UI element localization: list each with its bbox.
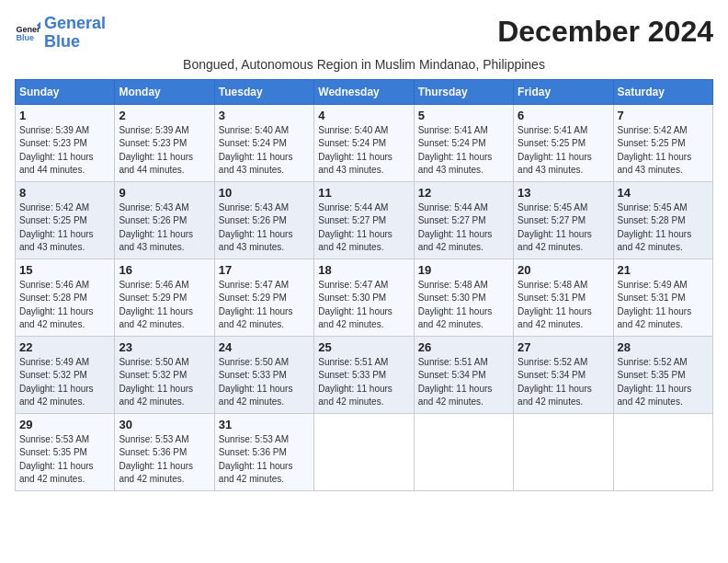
day-info: Sunrise: 5:39 AMSunset: 5:23 PMDaylight:… [119, 125, 193, 176]
calendar-cell [514, 413, 613, 490]
day-info: Sunrise: 5:42 AMSunset: 5:25 PMDaylight:… [618, 125, 692, 176]
day-info: Sunrise: 5:48 AMSunset: 5:31 PMDaylight:… [518, 280, 592, 330]
column-header-monday: Monday [115, 79, 214, 104]
day-info: Sunrise: 5:44 AMSunset: 5:27 PMDaylight:… [418, 202, 493, 253]
day-info: Sunrise: 5:47 AMSunset: 5:30 PMDaylight:… [318, 280, 392, 330]
day-number: 4 [318, 109, 409, 122]
column-header-saturday: Saturday [613, 79, 712, 104]
day-number: 21 [618, 263, 709, 277]
day-info: Sunrise: 5:46 AMSunset: 5:29 PMDaylight:… [119, 280, 193, 330]
day-info: Sunrise: 5:41 AMSunset: 5:24 PMDaylight:… [418, 125, 493, 176]
calendar-cell [613, 413, 712, 490]
day-number: 30 [119, 418, 210, 431]
day-info: Sunrise: 5:43 AMSunset: 5:26 PMDaylight:… [219, 202, 293, 253]
calendar-cell: 18 Sunrise: 5:47 AMSunset: 5:30 PMDaylig… [314, 259, 414, 336]
day-number: 23 [119, 340, 210, 354]
day-number: 8 [19, 186, 110, 200]
day-info: Sunrise: 5:40 AMSunset: 5:24 PMDaylight:… [219, 125, 293, 176]
day-number: 9 [119, 186, 210, 200]
day-info: Sunrise: 5:50 AMSunset: 5:32 PMDaylight:… [119, 357, 193, 408]
svg-text:Blue: Blue [16, 33, 34, 42]
day-number: 6 [518, 109, 609, 122]
calendar-cell: 8 Sunrise: 5:42 AMSunset: 5:25 PMDayligh… [16, 181, 115, 259]
day-info: Sunrise: 5:49 AMSunset: 5:32 PMDaylight:… [19, 357, 94, 408]
day-number: 29 [19, 418, 110, 431]
day-number: 13 [518, 186, 609, 200]
calendar-week-row: 1 Sunrise: 5:39 AMSunset: 5:23 PMDayligh… [16, 104, 713, 181]
day-info: Sunrise: 5:42 AMSunset: 5:25 PMDaylight:… [19, 202, 94, 253]
day-info: Sunrise: 5:52 AMSunset: 5:35 PMDaylight:… [618, 357, 692, 408]
day-info: Sunrise: 5:44 AMSunset: 5:27 PMDaylight:… [318, 202, 392, 253]
calendar-cell: 23 Sunrise: 5:50 AMSunset: 5:32 PMDaylig… [115, 336, 214, 413]
calendar-cell: 21 Sunrise: 5:49 AMSunset: 5:31 PMDaylig… [613, 259, 712, 336]
calendar-cell: 26 Sunrise: 5:51 AMSunset: 5:34 PMDaylig… [414, 336, 513, 413]
calendar-cell: 17 Sunrise: 5:47 AMSunset: 5:29 PMDaylig… [214, 259, 313, 336]
day-info: Sunrise: 5:43 AMSunset: 5:26 PMDaylight:… [119, 202, 193, 253]
day-info: Sunrise: 5:51 AMSunset: 5:33 PMDaylight:… [318, 357, 392, 408]
calendar-week-row: 8 Sunrise: 5:42 AMSunset: 5:25 PMDayligh… [16, 181, 713, 259]
calendar-cell: 28 Sunrise: 5:52 AMSunset: 5:35 PMDaylig… [613, 336, 712, 413]
day-number: 3 [219, 109, 310, 122]
day-number: 5 [418, 109, 509, 122]
day-info: Sunrise: 5:45 AMSunset: 5:28 PMDaylight:… [618, 202, 692, 253]
calendar-week-row: 29 Sunrise: 5:53 AMSunset: 5:35 PMDaylig… [16, 413, 713, 490]
calendar-cell: 29 Sunrise: 5:53 AMSunset: 5:35 PMDaylig… [16, 413, 115, 490]
logo: General Blue General Blue [15, 15, 106, 52]
calendar-header-row: SundayMondayTuesdayWednesdayThursdayFrid… [16, 79, 713, 104]
day-info: Sunrise: 5:53 AMSunset: 5:35 PMDaylight:… [19, 434, 94, 485]
day-number: 11 [318, 186, 409, 200]
calendar-cell: 27 Sunrise: 5:52 AMSunset: 5:34 PMDaylig… [514, 336, 613, 413]
day-info: Sunrise: 5:48 AMSunset: 5:30 PMDaylight:… [418, 280, 493, 330]
column-header-friday: Friday [514, 79, 613, 104]
logo-line1: General [44, 14, 106, 32]
calendar-cell: 22 Sunrise: 5:49 AMSunset: 5:32 PMDaylig… [16, 336, 115, 413]
day-number: 27 [518, 340, 609, 354]
calendar-cell: 31 Sunrise: 5:53 AMSunset: 5:36 PMDaylig… [214, 413, 313, 490]
column-header-wednesday: Wednesday [314, 79, 414, 104]
day-number: 22 [19, 340, 110, 354]
calendar-week-row: 15 Sunrise: 5:46 AMSunset: 5:28 PMDaylig… [16, 259, 713, 336]
logo-icon: General Blue [15, 20, 40, 46]
calendar-cell: 3 Sunrise: 5:40 AMSunset: 5:24 PMDayligh… [214, 104, 313, 181]
day-number: 28 [618, 340, 709, 354]
day-info: Sunrise: 5:49 AMSunset: 5:31 PMDaylight:… [618, 280, 692, 330]
calendar-cell [314, 413, 414, 490]
day-number: 25 [318, 340, 409, 354]
column-header-thursday: Thursday [414, 79, 513, 104]
calendar-cell: 20 Sunrise: 5:48 AMSunset: 5:31 PMDaylig… [514, 259, 613, 336]
calendar-cell: 19 Sunrise: 5:48 AMSunset: 5:30 PMDaylig… [414, 259, 513, 336]
day-number: 24 [219, 340, 310, 354]
day-number: 20 [518, 263, 609, 277]
day-number: 14 [618, 186, 709, 200]
calendar-cell: 25 Sunrise: 5:51 AMSunset: 5:33 PMDaylig… [314, 336, 414, 413]
day-info: Sunrise: 5:47 AMSunset: 5:29 PMDaylight:… [219, 280, 293, 330]
day-number: 15 [19, 263, 110, 277]
day-number: 10 [219, 186, 310, 200]
day-number: 19 [418, 263, 509, 277]
day-info: Sunrise: 5:52 AMSunset: 5:34 PMDaylight:… [518, 357, 592, 408]
calendar-cell: 14 Sunrise: 5:45 AMSunset: 5:28 PMDaylig… [613, 181, 712, 259]
page-title: December 2024 [497, 15, 713, 49]
day-info: Sunrise: 5:46 AMSunset: 5:28 PMDaylight:… [19, 280, 94, 330]
calendar-cell: 13 Sunrise: 5:45 AMSunset: 5:27 PMDaylig… [514, 181, 613, 259]
calendar-cell: 5 Sunrise: 5:41 AMSunset: 5:24 PMDayligh… [414, 104, 513, 181]
calendar-body: 1 Sunrise: 5:39 AMSunset: 5:23 PMDayligh… [16, 104, 713, 490]
day-info: Sunrise: 5:39 AMSunset: 5:23 PMDaylight:… [19, 125, 94, 176]
calendar-cell [414, 413, 513, 490]
calendar-cell: 11 Sunrise: 5:44 AMSunset: 5:27 PMDaylig… [314, 181, 414, 259]
day-info: Sunrise: 5:50 AMSunset: 5:33 PMDaylight:… [219, 357, 293, 408]
calendar-week-row: 22 Sunrise: 5:49 AMSunset: 5:32 PMDaylig… [16, 336, 713, 413]
day-info: Sunrise: 5:41 AMSunset: 5:25 PMDaylight:… [518, 125, 592, 176]
day-number: 16 [119, 263, 210, 277]
calendar-cell: 24 Sunrise: 5:50 AMSunset: 5:33 PMDaylig… [214, 336, 313, 413]
calendar-cell: 15 Sunrise: 5:46 AMSunset: 5:28 PMDaylig… [16, 259, 115, 336]
day-number: 17 [219, 263, 310, 277]
calendar-cell: 30 Sunrise: 5:53 AMSunset: 5:36 PMDaylig… [115, 413, 214, 490]
calendar-cell: 2 Sunrise: 5:39 AMSunset: 5:23 PMDayligh… [115, 104, 214, 181]
day-number: 12 [418, 186, 509, 200]
day-info: Sunrise: 5:53 AMSunset: 5:36 PMDaylight:… [219, 434, 293, 485]
column-header-tuesday: Tuesday [214, 79, 313, 104]
day-number: 26 [418, 340, 509, 354]
location-subtitle: Bongued, Autonomous Region in Muslim Min… [15, 57, 713, 72]
calendar-cell: 10 Sunrise: 5:43 AMSunset: 5:26 PMDaylig… [214, 181, 313, 259]
